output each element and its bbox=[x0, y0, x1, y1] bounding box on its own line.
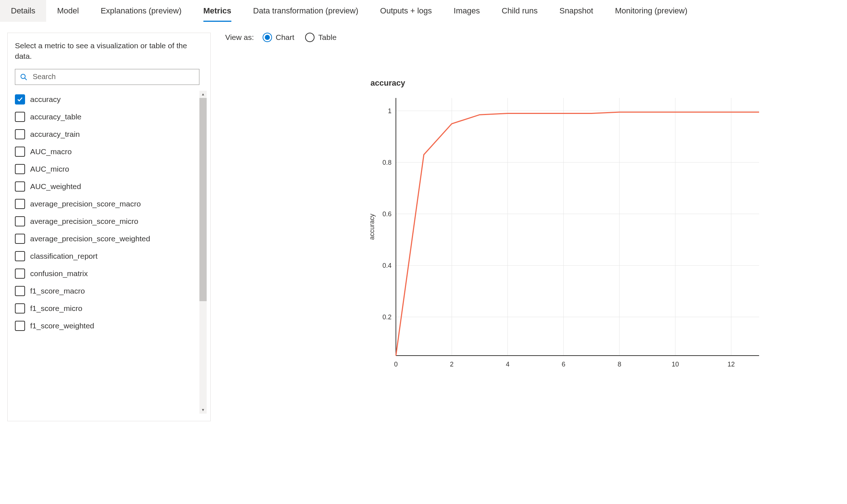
checkbox[interactable] bbox=[15, 181, 25, 192]
radio-label: Chart bbox=[276, 33, 294, 42]
tab-label: Images bbox=[454, 6, 480, 16]
x-tick-label: 12 bbox=[728, 361, 735, 368]
tab-label: Monitoring (preview) bbox=[615, 6, 687, 16]
view-as-row: View as: ChartTable bbox=[225, 33, 840, 42]
svg-line-1 bbox=[25, 78, 27, 80]
checkbox[interactable] bbox=[15, 234, 25, 244]
x-tick-label: 10 bbox=[672, 361, 679, 368]
checkbox[interactable] bbox=[15, 129, 25, 139]
tab-label: Metrics bbox=[203, 6, 231, 16]
metric-label: average_precision_score_weighted bbox=[30, 234, 150, 243]
checkbox[interactable] bbox=[15, 199, 25, 209]
checkbox[interactable] bbox=[15, 94, 25, 105]
tab-outputs-logs[interactable]: Outputs + logs bbox=[369, 0, 443, 22]
x-tick-label: 6 bbox=[562, 361, 566, 368]
tab-images[interactable]: Images bbox=[443, 0, 491, 22]
metric-item-AUC_micro[interactable]: AUC_micro bbox=[15, 160, 207, 178]
radio-label: Table bbox=[318, 33, 336, 42]
metric-item-accuracy[interactable]: accuracy bbox=[15, 91, 207, 108]
x-tick-label: 2 bbox=[450, 361, 454, 368]
metric-label: AUC_micro bbox=[30, 165, 69, 173]
y-tick-label: 0.4 bbox=[382, 262, 392, 269]
scrollbar-thumb[interactable] bbox=[199, 98, 207, 301]
metric-item-AUC_weighted[interactable]: AUC_weighted bbox=[15, 178, 207, 195]
metric-item-f1_score_weighted[interactable]: f1_score_weighted bbox=[15, 317, 207, 335]
scroll-down-icon[interactable]: ▼ bbox=[199, 406, 207, 414]
metric-label: accuracy_train bbox=[30, 130, 80, 139]
radio-dot-icon bbox=[265, 35, 270, 40]
metric-item-confusion_matrix[interactable]: confusion_matrix bbox=[15, 265, 207, 282]
tab-label: Child runs bbox=[502, 6, 538, 16]
tab-label: Data transformation (preview) bbox=[253, 6, 358, 16]
right-area: View as: ChartTable accuracy 0246810120.… bbox=[225, 33, 840, 421]
tabs-bar: DetailsModelExplanations (preview)Metric… bbox=[0, 0, 847, 22]
tab-child-runs[interactable]: Child runs bbox=[491, 0, 548, 22]
y-tick-label: 0.2 bbox=[382, 314, 392, 321]
y-tick-label: 1 bbox=[388, 107, 392, 115]
tab-metrics[interactable]: Metrics bbox=[192, 0, 242, 22]
x-tick-label: 0 bbox=[394, 361, 398, 368]
metric-item-accuracy_table[interactable]: accuracy_table bbox=[15, 108, 207, 126]
metric-label: f1_score_micro bbox=[30, 304, 82, 313]
metric-label: average_precision_score_macro bbox=[30, 200, 141, 208]
metric-label: confusion_matrix bbox=[30, 269, 88, 278]
tab-details[interactable]: Details bbox=[0, 0, 46, 22]
metric-item-average_precision_score_weighted[interactable]: average_precision_score_weighted bbox=[15, 230, 207, 247]
search-icon bbox=[20, 73, 27, 81]
scrollbar[interactable]: ▲ ▼ bbox=[199, 91, 207, 414]
y-tick-label: 0.8 bbox=[382, 159, 392, 166]
metric-label: average_precision_score_micro bbox=[30, 217, 138, 226]
metric-item-average_precision_score_micro[interactable]: average_precision_score_micro bbox=[15, 213, 207, 230]
checkbox[interactable] bbox=[15, 303, 25, 314]
metric-item-classification_report[interactable]: classification_report bbox=[15, 247, 207, 265]
tab-snapshot[interactable]: Snapshot bbox=[548, 0, 604, 22]
metric-item-accuracy_train[interactable]: accuracy_train bbox=[15, 126, 207, 143]
x-tick-label: 8 bbox=[617, 361, 621, 368]
tab-model[interactable]: Model bbox=[46, 0, 90, 22]
search-input[interactable] bbox=[15, 69, 199, 85]
chart-container: accuracy 0246810120.20.40.60.81accuracy bbox=[363, 78, 840, 377]
metric-item-average_precision_score_macro[interactable]: average_precision_score_macro bbox=[15, 195, 207, 213]
view-as-radios: ChartTable bbox=[263, 33, 337, 42]
tab-label: Outputs + logs bbox=[380, 6, 432, 16]
radio-circle[interactable] bbox=[263, 33, 272, 42]
metric-item-f1_score_micro[interactable]: f1_score_micro bbox=[15, 300, 207, 317]
metric-item-f1_score_macro[interactable]: f1_score_macro bbox=[15, 282, 207, 300]
metric-label: accuracy_table bbox=[30, 112, 81, 121]
search-wrap bbox=[15, 69, 199, 85]
radio-circle[interactable] bbox=[305, 33, 315, 42]
panel-description: Select a metric to see a visualization o… bbox=[15, 40, 207, 62]
y-axis-title: accuracy bbox=[368, 214, 376, 240]
tab-data-transformation-preview-[interactable]: Data transformation (preview) bbox=[242, 0, 369, 22]
radio-chart[interactable]: Chart bbox=[263, 33, 294, 42]
metrics-list: accuracyaccuracy_tableaccuracy_trainAUC_… bbox=[15, 91, 207, 335]
accuracy-line-chart: 0246810120.20.40.60.81accuracy bbox=[363, 94, 763, 377]
checkbox[interactable] bbox=[15, 269, 25, 279]
checkbox[interactable] bbox=[15, 321, 25, 331]
metric-item-AUC_macro[interactable]: AUC_macro bbox=[15, 143, 207, 160]
metric-label: f1_score_weighted bbox=[30, 321, 94, 330]
scroll-up-icon[interactable]: ▲ bbox=[199, 91, 207, 98]
checkbox[interactable] bbox=[15, 147, 25, 157]
tab-label: Details bbox=[11, 6, 35, 16]
checkbox[interactable] bbox=[15, 164, 25, 174]
tab-explanations-preview-[interactable]: Explanations (preview) bbox=[90, 0, 192, 22]
metric-label: AUC_weighted bbox=[30, 182, 81, 191]
metric-label: classification_report bbox=[30, 252, 98, 261]
main-content: Select a metric to see a visualization o… bbox=[0, 22, 847, 421]
data-line-accuracy bbox=[396, 112, 759, 356]
metrics-list-wrap: accuracyaccuracy_tableaccuracy_trainAUC_… bbox=[15, 91, 207, 414]
checkbox[interactable] bbox=[15, 286, 25, 296]
y-tick-label: 0.6 bbox=[382, 210, 392, 218]
radio-table[interactable]: Table bbox=[305, 33, 336, 42]
tab-label: Snapshot bbox=[559, 6, 593, 16]
metric-label: accuracy bbox=[30, 95, 61, 104]
checkbox[interactable] bbox=[15, 216, 25, 226]
checkbox[interactable] bbox=[15, 112, 25, 122]
x-tick-label: 4 bbox=[506, 361, 510, 368]
metric-label: AUC_macro bbox=[30, 147, 72, 156]
metric-label: f1_score_macro bbox=[30, 287, 85, 295]
checkbox[interactable] bbox=[15, 251, 25, 261]
tab-monitoring-preview-[interactable]: Monitoring (preview) bbox=[604, 0, 698, 22]
chart-title: accuracy bbox=[370, 78, 840, 88]
